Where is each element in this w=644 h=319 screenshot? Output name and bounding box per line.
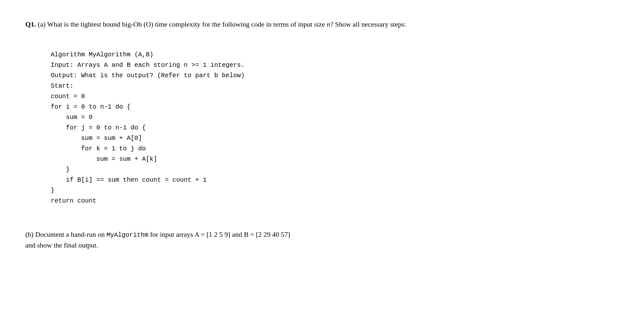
code-line-3: Output: What is the output? (Refer to pa… — [51, 72, 245, 79]
code-line-14: } — [51, 187, 55, 194]
code-line-10: for k = 1 to j do — [51, 145, 146, 152]
code-line-2: Input: Arrays A and B each storing n >= … — [51, 61, 245, 69]
code-line-4: Start: — [51, 82, 74, 90]
part-b-section: (b) Document a hand-run on MyAlgorithm f… — [25, 229, 619, 250]
code-line-7: sum = 0 — [51, 114, 93, 121]
question-label: Q1. — [25, 20, 36, 28]
code-line-1: Algorithm MyAlgorithm (A,B) — [51, 51, 153, 58]
code-line-8: for j = 0 to n-1 do { — [51, 124, 146, 131]
part-a-intro-text2: ? Show all necessary steps: — [330, 20, 406, 28]
part-a-intro-text: (a) What is the tightest bound big-Oh (O… — [38, 20, 327, 28]
part-b-text2: for input arrays A = [1 2 5 9] and B = [… — [148, 230, 290, 238]
code-line-12: } — [51, 166, 70, 173]
code-line-5: count = 0 — [51, 93, 85, 100]
part-b-text1: (b) Document a hand-run on — [25, 230, 106, 238]
page-content: Q1. (a) What is the tightest bound big-O… — [25, 19, 619, 250]
code-line-15: return count — [51, 197, 96, 204]
code-line-6: for i = 0 to n-1 do { — [51, 103, 131, 110]
question-1-header: Q1. (a) What is the tightest bound big-O… — [25, 19, 619, 29]
code-line-9: sum = sum + A[0] — [51, 134, 142, 142]
code-line-11: sum = sum + A[k] — [51, 155, 157, 163]
code-line-13: if B[i] == sum then count = count + 1 — [51, 176, 207, 184]
part-b-text3: and show the final output. — [25, 241, 98, 249]
part-b-inline-code: MyAlgorithm — [106, 231, 148, 239]
algorithm-code-block: Algorithm MyAlgorithm (A,B) Input: Array… — [51, 39, 619, 216]
variable-n: n — [327, 20, 330, 28]
